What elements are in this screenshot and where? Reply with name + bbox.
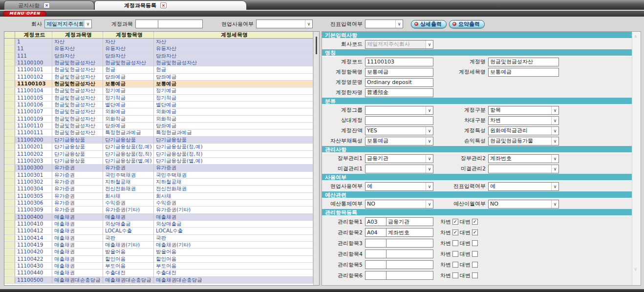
mgmt-item-name-field[interactable] [386,228,433,237]
credit-checkbox[interactable] [472,240,478,246]
table-row[interactable]: 11100100현금및현금성자산현금및현금성자산현금및현금성자산 [4,60,313,66]
panel-scrollbar[interactable]: ∧ ∨ [632,32,641,285]
account-character-select[interactable]: 원화예적금관리∨ [488,126,559,135]
table-row[interactable]: 11100422매출채권할인어음할인어음 [4,256,313,263]
scrollbar-thumb[interactable] [316,37,317,54]
table-row[interactable]: 11100107현금및현금성자산외화예금외화예금 [4,108,313,115]
mgmt-item-code-field[interactable] [365,260,386,269]
debit-checkbox[interactable]: ✓ [452,229,458,235]
table-row[interactable]: 11100202단기금융상품단기금융상품(정,적)단기금융상품(정,적) [4,151,313,158]
table-row[interactable]: 11100110현금및현금성자산당좌예금당좌예금 [4,123,313,129]
open-mgmt2-select[interactable]: ∨ [488,165,559,173]
table-row[interactable]: 11100440매출채권수출대전수출대전 [4,270,313,276]
debit-checkbox[interactable] [452,262,458,268]
slip-entry-select[interactable]: 예∨ [488,182,559,191]
account-code-field[interactable] [365,58,433,66]
credit-checkbox[interactable]: ✓ [472,229,478,235]
table-scrollbar[interactable] [313,32,319,285]
mgmt-item-name-field[interactable] [386,260,433,269]
mgmt-item-code-field[interactable] [365,217,386,226]
counter-account-field[interactable] [365,116,433,125]
debit-credit-select[interactable]: 차변∨ [488,116,559,125]
debit-checkbox[interactable] [452,240,458,246]
table-row[interactable]: 11100420매출채권받을어음받을어음 [4,249,313,255]
table-row[interactable]: 11100414매출채권국판국판 [4,235,313,242]
budget-control-select[interactable]: NO∨ [365,200,433,209]
account-name-input[interactable] [158,20,203,28]
debit-checkbox[interactable] [452,272,458,278]
table-row[interactable]: 11100302유가증권지하철공채지하철공채 [4,179,313,186]
open-mgmt1-select[interactable]: ∨ [365,165,433,173]
table-row[interactable]: 11100109현금및현금성자산외화적금외화적금 [4,116,313,123]
table-row[interactable]: 11100300유가증권유가증권유가증권 [4,165,313,171]
table-row[interactable]: 111당좌자산당좌자산당좌자산 [4,53,313,60]
company-code-select[interactable]: 제일저지주식회사 ∨ [365,40,433,49]
table-row[interactable]: 11100106현금및현금성자산별단예금별단예금 [4,102,313,108]
table-row[interactable]: 1자산자산자산 [4,39,313,45]
summary-print-button[interactable]: 요약출력 [449,20,485,28]
table-row[interactable]: 11100306유가증권수익증권수익증권 [4,200,313,207]
table-row[interactable]: 11100305유가증권회사채회사채 [4,193,313,200]
asset-liability-select[interactable]: 보통예금∨ [365,137,433,146]
menu-open-button[interactable]: MENU OPEN [3,11,46,17]
table-row[interactable]: 11100304유가증권전신전화채권전신전화채권 [4,186,313,192]
detail-name-field[interactable] [488,68,559,77]
account-division-select[interactable]: 항목∨ [488,106,559,115]
field-use-select[interactable]: 예∨ [365,182,433,191]
mgmt-item-name-field[interactable] [386,271,433,280]
tab-close-icon[interactable]: × [43,2,50,8]
account-name-label: 계정명 [433,58,488,65]
table-row[interactable]: 11100412매출채권LOCAL수출LOCAL수출 [4,228,313,234]
tab-account-registration[interactable]: 계정과목등록 × [94,0,247,10]
credit-checkbox[interactable]: ✓ [472,219,478,225]
slip-entry-select[interactable]: ∨ [365,20,403,28]
table-row[interactable]: 11100111현금및현금성자산특정현금과예금특정현금과예금 [4,129,313,136]
account-balance-select[interactable]: YES∨ [365,126,433,135]
table-row[interactable]: 11100419매출채권매출채권(기타)매출채권(기타) [4,242,313,249]
mgmt-item-name-field[interactable] [386,239,433,248]
book-mgmt1-select[interactable]: 금융기관∨ [365,154,433,163]
debit-checkbox[interactable]: ✓ [452,219,458,225]
credit-checkbox[interactable] [472,262,478,268]
item-name-field[interactable] [365,68,433,77]
table-row[interactable]: 11100203단기금융상품단기금융상품(별,예)단기금융상품(별,예) [4,158,313,165]
tab-notice[interactable]: 공지사항 × [4,0,94,10]
table-row[interactable]: 11100309유가증권유가증권(기타)유가증권(기타) [4,207,313,213]
mgmt-item-code-field[interactable] [365,250,386,258]
mgmt-item-name-field[interactable] [386,217,433,226]
account-group-select[interactable]: ∨ [365,106,433,115]
profit-loss-select[interactable]: 현금및현금등가물∨ [488,137,559,146]
credit-checkbox[interactable] [472,272,478,278]
detail-print-button[interactable]: 상세출력 [411,20,447,28]
account-name-field[interactable] [488,58,559,66]
mgmt-item-name-field[interactable] [386,250,433,258]
credit-checkbox[interactable] [472,251,478,257]
mgmt-item-code-field[interactable] [365,271,386,280]
debit-checkbox[interactable] [452,251,458,257]
table-row[interactable]: 11100101현금및현금성자산현금현금 [4,66,313,73]
mgmt-item-code-field[interactable] [365,228,386,237]
mgmt-item-code-field[interactable] [365,239,386,248]
table-row[interactable]: 11100410매출채권외상매출금외상매출금 [4,221,313,228]
table-row[interactable]: 11100104현금및현금성자산정기예금정기예금 [4,87,313,94]
tab-close-icon[interactable]: × [160,2,167,8]
table-row[interactable]: 11100430매출채권부도어음부도어음 [4,263,313,270]
scroll-down-icon[interactable]: ∨ [634,266,637,271]
english-name-field[interactable] [365,78,433,87]
budget-carryover-select[interactable]: NO∨ [488,200,559,209]
table-row[interactable]: 11100301유가증권국민주택채권국민주택채권 [4,172,313,179]
table-row[interactable]: 11100200단기금융상품단기금융상품단기금융상품 [4,137,313,144]
table-row[interactable]: 11100201단기금융상품단기금융상품(정,예)단기금융상품(정,예) [4,144,313,150]
scroll-up-icon[interactable]: ∧ [634,34,637,39]
table-row[interactable]: 11유동자산유동자산유동자산 [4,45,313,52]
company-select[interactable]: 제일저지주식회사 ∨ [44,20,92,28]
account-code-input[interactable] [135,20,158,28]
table-row[interactable]: 11100400매출채권매출채권매출채권 [4,214,313,221]
table-row[interactable]: 11100102현금및현금성자산당좌예금당좌예금 [4,74,313,81]
field-use-select[interactable]: ∨ [256,20,313,28]
hanja-name-field[interactable] [365,88,433,97]
table-row[interactable]: 11100105현금및현금성자산정기적금정기적금 [4,95,313,102]
table-row[interactable]: 11100103현금및현금성자산보통예금보통예금 [4,81,313,87]
book-mgmt2-select[interactable]: 계좌번호∨ [488,154,559,163]
table-row[interactable]: 11100500매출채권대손충당금매출채권대손충당금매출채권대손충당금 [4,277,313,284]
